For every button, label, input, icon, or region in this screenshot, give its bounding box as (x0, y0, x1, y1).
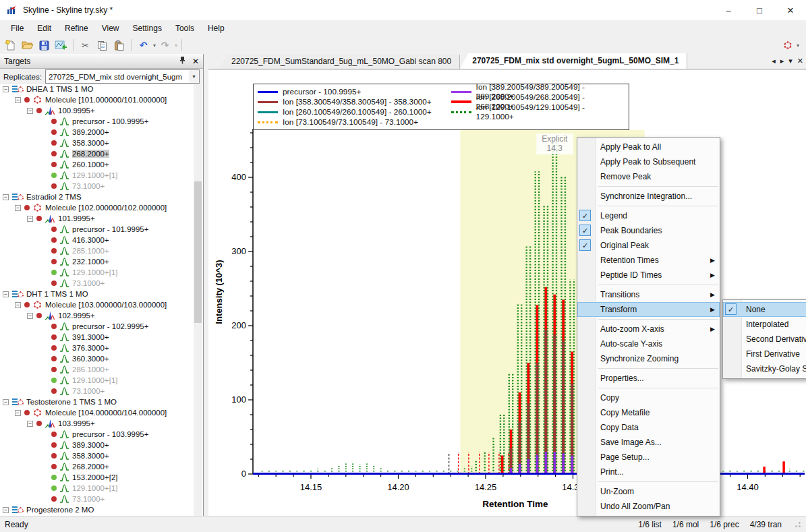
menu-item-synchronize-zooming[interactable]: Synchronize Zooming (577, 351, 720, 366)
scrollbar-thumb[interactable] (194, 181, 202, 323)
tree-item[interactable]: −DHT 1 TMS 1 MO (0, 289, 194, 299)
tab-scroll-left-icon[interactable]: ◂ (772, 57, 776, 65)
menu-item-copy[interactable]: Copy (577, 390, 720, 405)
collapse-toggle-icon[interactable]: − (15, 97, 21, 103)
submenu-item-second-derivative[interactable]: Second Derivative (723, 332, 806, 347)
submenu-item-savitzky-golay-smoothing[interactable]: Savitzky-Golay Smoothing (723, 361, 806, 376)
tree-item[interactable]: 260.1000+ (0, 159, 194, 170)
tree-item[interactable]: 129.1000+[1] (0, 375, 194, 386)
cut-icon[interactable]: ✂ (78, 38, 93, 53)
menu-help[interactable]: Help (201, 22, 231, 35)
tree-item[interactable]: −Molecule [101.000000/101.000000] (0, 94, 194, 105)
menu-item-synchronize-integration[interactable]: Synchronize Integration... (577, 189, 720, 204)
collapse-toggle-icon[interactable]: − (27, 108, 33, 114)
tree-item[interactable]: 416.3000+ (0, 235, 194, 245)
menu-item-peak-boundaries[interactable]: ✓Peak Boundaries (577, 223, 720, 238)
tree-item[interactable]: 232.1000+ (0, 256, 194, 267)
import-results-icon[interactable] (53, 38, 69, 53)
close-button[interactable]: ✕ (775, 0, 806, 20)
tree-item[interactable]: precursor - 102.9995+ (0, 321, 194, 332)
tree-item[interactable]: −Testosterone 1 TMS 1 MO (0, 396, 194, 407)
tree-item[interactable]: −Molecule [104.000000/104.000000] (0, 407, 194, 418)
redo-icon[interactable]: ↷ (157, 38, 173, 53)
replicates-combobox[interactable]: 270725_FDM_mix std overnight_5ugm ▾ (45, 69, 200, 84)
menu-item-page-setup[interactable]: Page Setup... (577, 450, 720, 465)
tree-item[interactable]: 389.3000+ (0, 440, 194, 450)
collapse-toggle-icon[interactable]: − (3, 194, 9, 200)
tree-item[interactable]: precursor - 101.9995+ (0, 224, 194, 235)
collapse-toggle-icon[interactable]: − (15, 205, 21, 211)
tree-item[interactable]: 389.2000+ (0, 127, 194, 138)
tree-item[interactable]: −DHEA 1 TMS 1 MO (0, 84, 194, 94)
menu-item-auto-zoom-x-axis[interactable]: Auto-zoom X-axis▶ (577, 322, 720, 336)
menu-item-retention-times[interactable]: Retention Times▶ (577, 253, 720, 268)
tree-item[interactable]: 73.1000+ (0, 181, 194, 191)
undo-icon[interactable]: ↶ (136, 38, 151, 53)
targets-scrollbar[interactable] (194, 84, 202, 516)
submenu-item-none[interactable]: ✓None (723, 302, 806, 317)
collapse-toggle-icon[interactable]: − (3, 507, 9, 513)
menu-item-remove-peak[interactable]: Remove Peak (577, 169, 720, 184)
menu-item-legend[interactable]: ✓Legend (577, 208, 720, 223)
tree-item[interactable]: 73.1000+ (0, 494, 194, 504)
tab-list-dropdown-icon[interactable]: ▾ (788, 57, 793, 65)
tree-item[interactable]: −Progesterone 2 MO (0, 504, 194, 515)
tree-item[interactable]: 358.3000+ (0, 138, 194, 148)
tree-item[interactable]: −101.9995+ (0, 213, 194, 224)
collapse-toggle-icon[interactable]: − (3, 86, 9, 92)
tree-item[interactable]: 358.3000+ (0, 450, 194, 461)
tree-item[interactable]: −103.9995+ (0, 418, 194, 429)
menu-tools[interactable]: Tools (169, 22, 201, 35)
menu-edit[interactable]: Edit (30, 22, 58, 35)
menu-item-properties[interactable]: Properties... (577, 371, 720, 386)
menu-item-un-zoom[interactable]: Un-Zoom (577, 484, 720, 499)
tree-item[interactable]: 286.1000+ (0, 364, 194, 375)
submenu-item-interpolated[interactable]: Interpolated (723, 317, 806, 332)
menu-item-peptide-id-times[interactable]: Peptide ID Times▶ (577, 268, 720, 283)
collapse-toggle-icon[interactable]: − (3, 291, 9, 297)
menu-settings[interactable]: Settings (126, 22, 169, 35)
submenu-item-first-derivative[interactable]: First Derivative (723, 347, 806, 361)
mode-dropdown-icon[interactable]: ▾ (797, 42, 799, 49)
menu-refine[interactable]: Refine (58, 22, 95, 35)
menu-item-original-peak[interactable]: ✓Original Peak (577, 238, 720, 253)
new-document-icon[interactable] (3, 38, 18, 53)
undo-dropdown-icon[interactable]: ▾ (153, 42, 156, 49)
combo-dropdown-icon[interactable]: ▾ (189, 70, 199, 83)
close-panel-icon[interactable]: ✕ (192, 57, 199, 66)
pin-icon[interactable] (179, 56, 185, 66)
collapse-toggle-icon[interactable]: − (27, 421, 33, 427)
tree-item[interactable]: precursor - 103.9995+ (0, 429, 194, 440)
save-icon[interactable] (36, 38, 52, 53)
collapse-toggle-icon[interactable]: − (27, 313, 33, 319)
tree-item[interactable]: −Molecule [102.000000/102.000000] (0, 202, 194, 213)
tree-item[interactable]: 153.2000+[2] (0, 472, 194, 483)
menu-item-copy-metafile[interactable]: Copy Metafile (577, 405, 720, 420)
tree-item[interactable]: 285.1000+ (0, 245, 194, 256)
tree-item[interactable]: 129.1000+[1] (0, 267, 194, 278)
tree-item[interactable]: 268.2000+ (0, 461, 194, 472)
menu-item-print[interactable]: Print... (577, 465, 720, 479)
copy-icon[interactable] (94, 38, 110, 53)
menu-item-transform[interactable]: Transform▶ (577, 302, 720, 317)
tree-item[interactable]: −100.9995+ (0, 105, 194, 116)
tree-item[interactable]: 391.3000+ (0, 332, 194, 343)
tree-item[interactable]: precursor - 100.9995+ (0, 116, 194, 127)
tree-item[interactable]: 268.2000+ (0, 148, 194, 159)
menu-item-auto-scale-y-axis[interactable]: Auto-scale Y-axis (577, 336, 720, 351)
paste-icon[interactable] (111, 38, 127, 53)
menu-item-apply-peak-to-all[interactable]: Apply Peak to All (577, 140, 720, 154)
menu-item-transitions[interactable]: Transitions▶ (577, 287, 720, 302)
menu-item-undo-all-zoom-pan[interactable]: Undo All Zoom/Pan (577, 499, 720, 514)
maximize-button[interactable]: □ (744, 0, 775, 20)
tab-scroll-right-icon[interactable]: ▸ (780, 57, 784, 65)
chromatogram-tab-1[interactable]: 220725_FDM_SumStandard_5ug_mL_50MO_Gabi … (219, 55, 460, 69)
resize-grip[interactable] (793, 519, 801, 530)
collapse-toggle-icon[interactable]: − (15, 410, 21, 416)
panel-splitter[interactable] (204, 54, 208, 516)
menu-item-copy-data[interactable]: Copy Data (577, 420, 720, 435)
collapse-toggle-icon[interactable]: − (3, 399, 9, 405)
tree-item[interactable]: 360.3000+ (0, 353, 194, 364)
menu-item-save-image-as[interactable]: Save Image As... (577, 435, 720, 450)
menu-file[interactable]: File (4, 22, 30, 35)
